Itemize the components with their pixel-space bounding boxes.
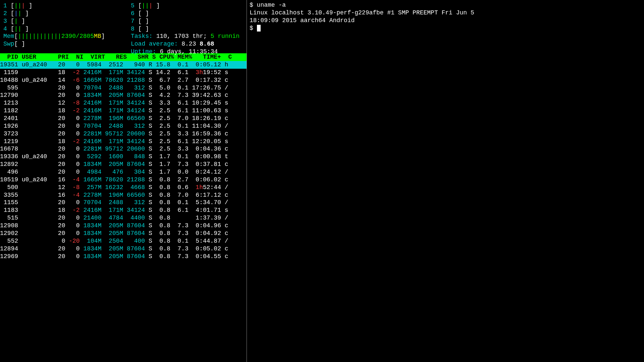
process-row[interactable]: 595 20 0 70704 2488 312 S 5.0 0.1 17:26.… <box>0 84 247 92</box>
process-row[interactable]: 16678 20 0 2281M 95712 20600 S 2.5 3.3 0… <box>0 145 247 153</box>
cpu-meter: 1 [||| ] <box>3 2 127 10</box>
process-row[interactable]: 1926 20 0 70704 2488 312 S 2.5 0.1 11:04… <box>0 122 247 130</box>
process-row[interactable]: 3355 16 -4 2278M 196M 66560 S 0.8 7.0 6:… <box>0 191 247 199</box>
mem-used: 2390 <box>61 33 76 40</box>
process-row[interactable]: 12894 20 0 1834M 205M 87604 S 0.8 7.3 0:… <box>0 245 247 253</box>
process-row[interactable]: 515 20 0 21400 4784 4400 S 0.8 1:37.39 / <box>0 214 247 222</box>
process-row[interactable]: 19336 u0_a240 20 0 5292 1600 848 S 1.7 0… <box>0 153 247 161</box>
process-row[interactable]: 1213 12 -8 2416M 171M 34124 S 3.3 6.1 10… <box>0 99 247 107</box>
process-row[interactable]: 2401 20 0 2278M 196M 66560 S 2.5 7.0 18:… <box>0 115 247 122</box>
process-row[interactable]: 12892 20 0 1834M 205M 87604 S 1.7 7.3 0:… <box>0 161 247 168</box>
process-row[interactable]: 10519 u0_a240 16 -4 1665M 78620 21288 S … <box>0 176 247 184</box>
htop-pane[interactable]: 1 [||| ]2 [|| ]3 [| ]4 [|| ] Mem[|||||||… <box>0 0 247 362</box>
process-list[interactable]: 19351 u0_a240 20 0 5984 2512 940 R 15.8 … <box>0 61 247 260</box>
htop-header: 1 [||| ]2 [|| ]3 [| ]4 [|| ] Mem[|||||||… <box>0 0 247 49</box>
process-row-selected[interactable]: 19351 u0_a240 20 0 5984 2512 940 R 15.8 … <box>0 61 247 69</box>
load-line: Load average: 8.23 8.68 <box>131 40 239 48</box>
cpu-meter: 3 [| ] <box>3 17 127 25</box>
cpu-meter: 5 [||| ] <box>131 2 239 10</box>
process-row[interactable]: 10488 u0_a240 14 -6 1665M 78620 21288 S … <box>0 76 247 84</box>
process-row[interactable]: 1155 20 0 70704 2488 312 S 0.8 0.1 5:34.… <box>0 199 247 206</box>
process-row[interactable]: 496 20 0 4984 476 304 S 1.7 0.0 0:24.12 … <box>0 168 247 176</box>
terminal-command: uname -a <box>257 2 286 8</box>
mem-total: 2805 <box>79 33 94 40</box>
terminal-prompt[interactable]: $ <box>250 24 641 32</box>
process-row[interactable]: 12969 20 0 1834M 205M 87604 S 0.8 7.3 0:… <box>0 253 247 260</box>
swp-meter: Swp[ ] <box>3 40 127 48</box>
cpu-meter: 8 [ ] <box>131 25 239 33</box>
cpu-meter: 2 [|| ] <box>3 10 127 17</box>
terminal-output: Linux localhost 3.10.49-perf-g229afbe #1… <box>250 9 641 17</box>
process-row[interactable]: 12790 20 0 1834M 205M 87604 S 4.2 7.3 39… <box>0 92 247 99</box>
terminal-output: 18:09:09 2015 aarch64 Android <box>250 17 641 24</box>
process-row[interactable]: 500 12 -8 257M 16232 4668 S 0.8 0.6 1h52… <box>0 184 247 191</box>
process-row[interactable]: 12908 20 0 1834M 205M 87604 S 0.8 7.3 0:… <box>0 222 247 230</box>
terminal-pane[interactable]: $ uname -a Linux localhost 3.10.49-perf-… <box>247 0 644 362</box>
process-row[interactable]: 1182 18 -2 2416M 171M 34124 S 2.5 6.1 11… <box>0 107 247 115</box>
uptime-line: Uptime: 6 days, 11:35:34 <box>131 48 239 56</box>
cpu-meter: 4 [|| ] <box>3 25 127 33</box>
process-row[interactable]: 1219 18 -2 2416M 171M 34124 S 2.5 6.1 12… <box>0 138 247 145</box>
process-row[interactable]: 12902 20 0 1834M 205M 87604 S 0.8 7.3 0:… <box>0 230 247 237</box>
process-row[interactable]: 1183 18 -2 2416M 171M 34124 S 0.8 6.1 4:… <box>0 206 247 214</box>
process-row[interactable]: 3723 20 0 2281M 95712 20600 S 2.5 3.3 16… <box>0 130 247 138</box>
mem-meter: Mem[||||||||||||2390/2805MB] <box>3 33 127 40</box>
mem-unit: MB <box>94 33 101 40</box>
process-row[interactable]: 552 0 -20 104M 2504 400 S 0.8 0.1 5:44.8… <box>0 237 247 245</box>
tasks-line: Tasks: 110, 1703 thr; 5 runnin <box>131 33 239 40</box>
terminal-line: $ uname -a <box>250 1 641 9</box>
process-row[interactable]: 1159 18 -2 2416M 171M 34124 S 14.2 6.1 3… <box>0 69 247 76</box>
cpu-meter: 7 [ ] <box>131 17 239 25</box>
cpu-meter: 6 [ ] <box>131 10 239 17</box>
cursor-icon <box>257 25 261 32</box>
